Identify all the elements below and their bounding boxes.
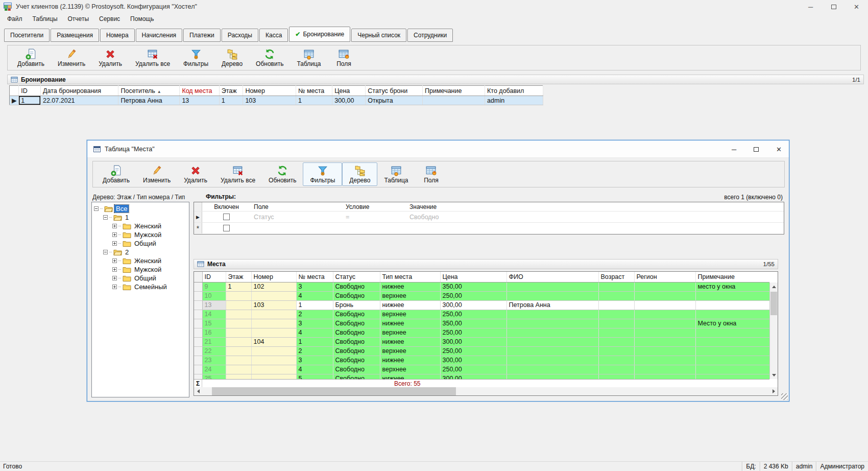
cell[interactable] [634, 374, 695, 379]
cell[interactable] [598, 319, 634, 328]
cell[interactable]: 3 [296, 319, 333, 328]
expand-icon[interactable] [112, 267, 117, 272]
cell[interactable] [226, 337, 251, 346]
cell[interactable] [695, 328, 769, 337]
cell[interactable]: 21 [202, 337, 226, 346]
cell[interactable]: 10 [202, 291, 226, 300]
vertical-scrollbar[interactable] [769, 282, 778, 379]
column-header-5[interactable]: Номер [243, 86, 296, 96]
tree-item[interactable]: 1 [92, 213, 189, 222]
enabled-checkbox[interactable] [223, 225, 230, 231]
toolbar-button-refresh[interactable]: Обновить [249, 46, 290, 69]
close-button[interactable]: ✕ [845, 0, 868, 13]
cell[interactable]: 2 [296, 310, 333, 319]
cell[interactable]: 104 [251, 337, 296, 346]
cell[interactable]: Свободно [333, 346, 380, 356]
cell[interactable]: 250,00 [440, 328, 507, 337]
cell[interactable] [507, 337, 598, 346]
cell[interactable]: 13 [202, 300, 226, 310]
cell[interactable]: 9 [202, 282, 226, 291]
menu-item-help[interactable]: Помощь [125, 14, 159, 23]
cell[interactable]: 4 [296, 365, 333, 374]
cell[interactable] [507, 291, 598, 300]
horizontal-scroll-track[interactable] [202, 387, 769, 395]
cell[interactable]: admin [485, 96, 543, 105]
menu-item-tables[interactable]: Таблицы [28, 14, 63, 23]
cell[interactable]: Свободно [333, 282, 380, 291]
cell[interactable] [634, 328, 695, 337]
cell[interactable] [507, 310, 598, 319]
horizontal-scroll-thumb[interactable] [212, 387, 456, 395]
cell[interactable]: 250,00 [440, 310, 507, 319]
table-row[interactable]: 211041Свободнонижнее300,00 [194, 337, 769, 346]
cell[interactable]: 13 [180, 96, 219, 105]
toolbar-button-tree[interactable]: Дерево [215, 46, 249, 69]
cell[interactable] [695, 300, 769, 310]
cell[interactable]: нижнее [380, 356, 440, 365]
cell[interactable] [507, 374, 598, 379]
toolbar-button-refresh[interactable]: Обновить [262, 162, 303, 186]
cell[interactable]: Свободно [333, 328, 380, 337]
cell[interactable]: 300,00 [440, 356, 507, 365]
cell[interactable] [598, 337, 634, 346]
cell[interactable] [695, 374, 769, 379]
cell[interactable]: Петрова Анна [507, 300, 598, 310]
cell[interactable]: 250,00 [440, 346, 507, 356]
column-header-4[interactable]: Этаж [219, 86, 243, 96]
cell[interactable] [695, 365, 769, 374]
cell[interactable] [634, 365, 695, 374]
cell[interactable] [695, 291, 769, 300]
column-header-1[interactable]: Этаж [226, 272, 251, 282]
cell[interactable]: верхнее [380, 365, 440, 374]
tree-item[interactable]: Общий [92, 274, 189, 282]
tab-charges[interactable]: Начисления [136, 29, 183, 42]
filter-row[interactable]: ▶Статус=Свободно [194, 211, 784, 222]
cell[interactable] [634, 337, 695, 346]
cell[interactable] [251, 291, 296, 300]
cell[interactable] [251, 346, 296, 356]
table-row[interactable]: 233Свободнонижнее300,00 [194, 356, 769, 365]
horizontal-scrollbar[interactable] [194, 387, 778, 395]
cell[interactable] [423, 96, 485, 105]
toolbar-button-delete-all[interactable]: Удалить все [129, 46, 177, 69]
cell[interactable]: Свободно [333, 374, 380, 379]
cell[interactable]: 2 [296, 346, 333, 356]
cell[interactable] [226, 300, 251, 310]
tab-cashbox[interactable]: Касса [259, 29, 288, 42]
cell[interactable] [226, 374, 251, 379]
cell[interactable]: Свободно [333, 356, 380, 365]
cell[interactable]: 16 [202, 328, 226, 337]
cell[interactable]: 4 [296, 328, 333, 337]
table-row[interactable]: 142Свободноверхнее250,00 [194, 310, 769, 319]
toolbar-button-filters[interactable]: Фильтры [303, 162, 342, 186]
dialog-title-bar[interactable]: Таблица "Места" ─ ✕ [87, 140, 789, 158]
cell[interactable] [226, 365, 251, 374]
toolbar-button-add[interactable]: Добавить [96, 162, 136, 186]
table-row[interactable]: 255Свободнонижнее300,00 [194, 374, 769, 379]
cell[interactable]: 3 [296, 356, 333, 365]
cell[interactable] [507, 328, 598, 337]
scroll-up-arrow[interactable] [770, 282, 778, 291]
cell[interactable] [695, 337, 769, 346]
tree-item[interactable]: Семейный [92, 282, 189, 291]
collapse-icon[interactable] [103, 215, 108, 220]
cell[interactable]: 1 [296, 300, 333, 310]
cell[interactable]: 4 [296, 291, 333, 300]
tree-item[interactable]: Женский [92, 256, 189, 265]
toolbar-button-delete[interactable]: Удалить [177, 162, 214, 186]
cell[interactable]: нижнее [380, 337, 440, 346]
cell[interactable]: 25 [202, 374, 226, 379]
cell[interactable] [695, 310, 769, 319]
column-header-8[interactable]: Статус брони [366, 86, 423, 96]
table-row[interactable]: ▶122.07.2021Петрова Анна1311031300,00Отк… [10, 96, 543, 105]
toolbar-button-fields[interactable]: Поля [415, 162, 447, 186]
column-header-2[interactable]: Номер [251, 272, 296, 282]
toolbar-button-table[interactable]: Таблица [290, 46, 327, 69]
filter-value-cell[interactable]: Свободно [406, 214, 784, 221]
column-header-9[interactable]: Примечание [423, 86, 485, 96]
cell[interactable] [507, 346, 598, 356]
cell[interactable]: верхнее [380, 310, 440, 319]
column-header-6[interactable]: № места [296, 86, 332, 96]
cell[interactable] [226, 356, 251, 365]
cell[interactable] [695, 356, 769, 365]
